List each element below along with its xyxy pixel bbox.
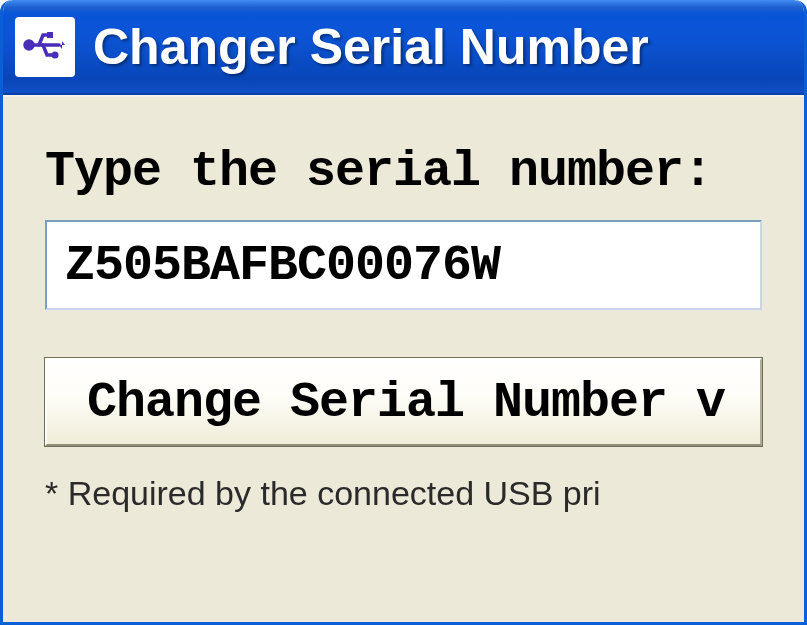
change-serial-button[interactable]: Change Serial Number v (45, 358, 762, 446)
svg-marker-2 (59, 41, 65, 49)
footnote-text: * Required by the connected USB pri (45, 474, 762, 513)
app-window: Changer Serial Number Type the serial nu… (0, 0, 807, 625)
titlebar[interactable]: Changer Serial Number (3, 0, 804, 95)
window-title: Changer Serial Number (93, 18, 649, 76)
client-area: Type the serial number: Change Serial Nu… (3, 95, 804, 622)
svg-rect-3 (47, 32, 53, 38)
serial-input[interactable] (45, 220, 762, 310)
svg-point-4 (52, 51, 59, 58)
app-icon-container (15, 17, 75, 77)
usb-icon (21, 21, 69, 73)
serial-input-label: Type the serial number: (45, 143, 762, 200)
